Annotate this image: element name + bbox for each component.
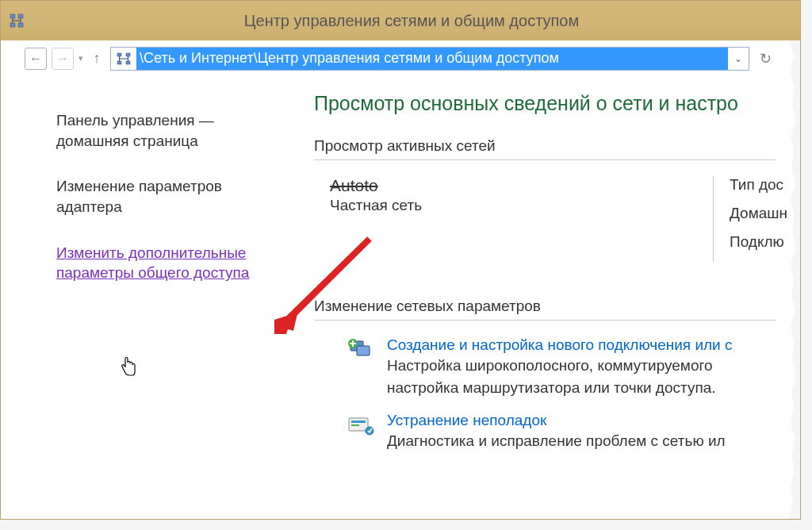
svg-rect-11 [117,61,121,64]
network-info: Тип дос Домашн Подклю [713,176,800,262]
sidebar-advanced-sharing-link[interactable]: Изменить дополнительные параметры общего… [56,243,255,283]
setup-desc-1: Настройка широкополосного, коммутируемог… [387,355,733,376]
content-area: Панель управления — домашняя страница Из… [1,76,800,519]
arrow-left-icon: ← [29,52,42,65]
section-divider [314,320,776,321]
network-name: Autoto [330,176,631,195]
main-panel: Просмотр основных сведений о сети и наст… [270,88,800,519]
window-frame: Центр управления сетями и общим доступом… [0,0,801,520]
change-settings-label: Изменение сетевых параметров [314,298,800,315]
network-identity: Autoto Частная сеть [314,176,631,262]
sidebar-adapter-link[interactable]: Изменение параметров адаптера [56,176,255,217]
sidebar: Панель управления — домашняя страница Из… [1,88,270,519]
svg-rect-2 [10,23,15,27]
svg-rect-3 [18,23,23,27]
troubleshoot-icon [346,413,376,439]
window-title: Центр управления сетями и общим доступом [31,12,792,30]
section-divider [314,159,776,160]
setting-troubleshoot: Устранение неполадок Диагностика и испра… [314,412,800,451]
svg-rect-20 [350,343,356,344]
sidebar-home-link[interactable]: Панель управления — домашняя страница [56,110,255,151]
history-dropdown-icon[interactable]: ▾ [79,53,83,63]
troubleshoot-desc: Диагностика и исправление проблем с сеть… [387,431,726,451]
svg-rect-23 [351,424,359,426]
refresh-icon: ↻ [760,50,772,67]
refresh-button[interactable]: ↻ [754,48,776,70]
address-path[interactable]: \Сеть и Интернет\Центр управления сетями… [136,48,728,70]
network-row: Autoto Частная сеть Тип дос Домашн Подкл… [314,176,800,262]
new-connection-icon [346,338,376,363]
titlebar: Центр управления сетями и общим доступом [1,1,800,40]
chevron-down-icon: ⌄ [734,53,742,64]
svg-rect-10 [126,53,130,56]
svg-rect-22 [351,421,366,423]
svg-rect-9 [117,53,121,56]
troubleshoot-link[interactable]: Устранение неполадок [387,412,546,428]
up-button[interactable]: ↑ [88,49,105,68]
svg-rect-1 [18,14,23,18]
forward-button[interactable]: → [52,48,74,70]
setting-text: Создание и настройка нового подключения … [387,336,733,398]
svg-rect-17 [357,346,370,355]
svg-rect-12 [126,61,130,64]
navbar: ← → ▾ ↑ \Сеть и Интернет\Центр управлен [1,40,800,76]
network-center-icon [113,51,134,67]
svg-point-24 [366,427,373,435]
back-button[interactable]: ← [25,48,47,70]
arrow-up-icon: ↑ [94,50,101,67]
torn-edge [789,40,800,519]
address-dropdown[interactable]: ⌄ [728,48,749,70]
address-bar[interactable]: \Сеть и Интернет\Центр управления сетями… [110,47,749,71]
setup-desc-2: настройка маршрутизатора или точки досту… [387,378,733,398]
setup-connection-link[interactable]: Создание и настройка нового подключения … [387,336,733,353]
setting-text: Устранение неполадок Диагностика и испра… [387,412,726,451]
svg-rect-0 [10,14,15,18]
page-title: Просмотр основных сведений о сети и наст… [314,92,800,115]
network-center-icon [9,13,25,29]
arrow-right-icon: → [56,52,69,65]
setting-new-connection: Создание и настройка нового подключения … [314,336,800,398]
network-type: Частная сеть [330,197,631,214]
active-networks-label: Просмотр активных сетей [314,137,800,155]
